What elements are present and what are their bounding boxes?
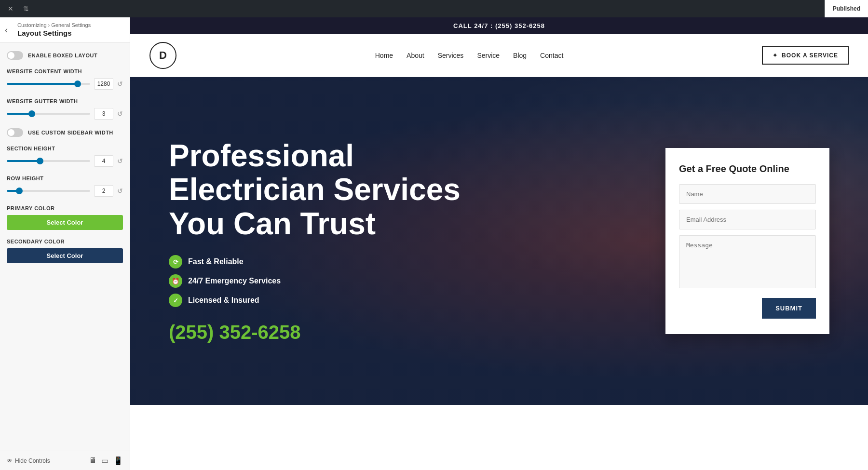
content-width-thumb[interactable]	[74, 81, 81, 87]
hero-section: Professional Electrician Services You Ca…	[130, 77, 868, 405]
custom-sidebar-label: USE CUSTOM SIDEBAR WIDTH	[28, 130, 113, 135]
top-bar: ✕ ⇅ Published	[0, 0, 868, 17]
eye-icon: 👁	[7, 457, 13, 464]
form-name-input[interactable]	[679, 184, 816, 204]
quote-form: Get a Free Quote Online SUBMIT	[665, 148, 829, 334]
section-height-setting: SECTION HEIGHT 4 ↺	[7, 146, 123, 167]
form-email-input[interactable]	[679, 210, 816, 229]
gutter-width-slider-row: 3 ↺	[7, 108, 123, 120]
nav-link-service[interactable]: Service	[477, 52, 500, 59]
feature-icon-1: ⟳	[169, 255, 182, 269]
mobile-icon[interactable]: 📱	[113, 456, 123, 465]
row-height-track[interactable]	[7, 190, 90, 192]
row-height-value[interactable]: 2	[94, 185, 113, 197]
section-height-track[interactable]	[7, 160, 90, 162]
section-height-thumb[interactable]	[37, 158, 43, 164]
boxed-layout-toggle-row: ENABLE BOXED LAYOUT	[7, 51, 123, 60]
section-height-slider-row: 4 ↺	[7, 155, 123, 167]
hero-feature-3: ✓ Licensed & Insured	[169, 294, 461, 307]
primary-color-label: PRIMARY COLOR	[7, 205, 123, 211]
sidebar-title: Layout Settings	[17, 29, 123, 37]
hero-title: Professional Electrician Services You Ca…	[169, 139, 461, 241]
sidebar: ‹ Customizing › General Settings Layout …	[0, 17, 130, 470]
sidebar-header: ‹ Customizing › General Settings Layout …	[0, 17, 130, 42]
hide-controls-button[interactable]: 👁 Hide Controls	[7, 457, 50, 464]
content-width-slider-row: 1280 ↺	[7, 78, 123, 90]
content-width-reset[interactable]: ↺	[117, 80, 123, 88]
content-width-label: WEBSITE CONTENT WIDTH	[7, 68, 123, 74]
preview-area: CALL 24/7 : (255) 352-6258 D Home About …	[130, 17, 868, 470]
desktop-icon[interactable]: 🖥	[89, 456, 96, 465]
row-height-label: ROW HEIGHT	[7, 175, 123, 181]
site-logo: D	[149, 42, 176, 69]
back-button[interactable]: ‹	[5, 25, 8, 35]
sidebar-footer: 👁 Hide Controls 🖥 ▭ 📱	[0, 451, 130, 470]
gutter-width-label: WEBSITE GUTTER WIDTH	[7, 98, 123, 104]
section-height-reset[interactable]: ↺	[117, 157, 123, 165]
gutter-width-track[interactable]	[7, 113, 90, 115]
nav-link-about[interactable]: About	[407, 52, 424, 59]
section-height-fill	[7, 160, 40, 162]
close-icon[interactable]: ✕	[5, 3, 16, 14]
feature-icon-2: ⏰	[169, 274, 182, 288]
gutter-width-value[interactable]: 3	[94, 108, 113, 120]
gutter-width-setting: WEBSITE GUTTER WIDTH 3 ↺	[7, 98, 123, 120]
book-service-label: BOOK A SERVICE	[782, 52, 838, 59]
custom-sidebar-toggle-row: USE CUSTOM SIDEBAR WIDTH	[7, 128, 123, 137]
row-height-slider-row: 2 ↺	[7, 185, 123, 197]
form-message-input[interactable]	[679, 235, 816, 288]
nav-link-contact[interactable]: Contact	[540, 52, 563, 59]
hero-feature-2: ⏰ 24/7 Emergency Services	[169, 274, 461, 288]
tablet-icon[interactable]: ▭	[101, 456, 108, 465]
feature-label-1: Fast & Reliable	[188, 257, 244, 266]
boxed-layout-toggle[interactable]	[7, 51, 23, 60]
feature-icon-3: ✓	[169, 294, 182, 307]
feature-label-3: Licensed & Insured	[188, 296, 259, 305]
row-height-thumb[interactable]	[16, 188, 23, 194]
content-width-value[interactable]: 1280	[94, 78, 113, 90]
nav-links: Home About Services Service Blog Contact	[375, 52, 564, 59]
gutter-width-thumb[interactable]	[28, 110, 35, 117]
primary-color-setting: PRIMARY COLOR Select Color	[7, 205, 123, 230]
secondary-color-label: SECONDARY COLOR	[7, 239, 123, 244]
secondary-color-button[interactable]: Select Color	[7, 248, 123, 263]
feature-label-2: 24/7 Emergency Services	[188, 277, 281, 285]
row-height-setting: ROW HEIGHT 2 ↺	[7, 175, 123, 197]
hero-features-list: ⟳ Fast & Reliable ⏰ 24/7 Emergency Servi…	[169, 255, 461, 307]
sidebar-content: ENABLE BOXED LAYOUT WEBSITE CONTENT WIDT…	[0, 42, 130, 451]
form-submit-button[interactable]: SUBMIT	[762, 298, 816, 319]
content-width-setting: WEBSITE CONTENT WIDTH 1280 ↺	[7, 68, 123, 90]
preview-topbar: CALL 24/7 : (255) 352-6258	[130, 17, 868, 34]
custom-sidebar-toggle[interactable]	[7, 128, 23, 137]
content-width-fill	[7, 83, 78, 85]
hero-title-line1: Professional	[169, 138, 354, 173]
hero-content: Professional Electrician Services You Ca…	[169, 139, 461, 343]
hero-title-line2: Electrician Services	[169, 172, 461, 207]
primary-color-button[interactable]: Select Color	[7, 215, 123, 230]
published-badge: Published	[825, 0, 868, 17]
hero-feature-1: ⟳ Fast & Reliable	[169, 255, 461, 269]
gutter-width-reset[interactable]: ↺	[117, 110, 123, 118]
book-service-button[interactable]: ✦ BOOK A SERVICE	[762, 46, 849, 65]
quote-form-title: Get a Free Quote Online	[679, 163, 816, 175]
secondary-color-setting: SECONDARY COLOR Select Color	[7, 239, 123, 263]
content-width-track[interactable]	[7, 83, 90, 85]
nav-link-blog[interactable]: Blog	[513, 52, 527, 59]
hero-phone: (255) 352-6258	[169, 322, 461, 343]
footer-icons: 🖥 ▭ 📱	[89, 456, 123, 465]
sort-icon[interactable]: ⇅	[20, 3, 32, 14]
book-service-icon: ✦	[773, 52, 778, 59]
main-layout: ‹ Customizing › General Settings Layout …	[0, 17, 868, 470]
row-height-reset[interactable]: ↺	[117, 187, 123, 195]
hero-title-line3: You Can Trust	[169, 206, 376, 241]
section-height-value[interactable]: 4	[94, 155, 113, 167]
boxed-layout-label: ENABLE BOXED LAYOUT	[28, 53, 97, 58]
breadcrumb: Customizing › General Settings	[17, 22, 123, 28]
section-height-label: SECTION HEIGHT	[7, 146, 123, 151]
hide-controls-label: Hide Controls	[15, 457, 50, 464]
preview-nav: D Home About Services Service Blog Conta…	[130, 34, 868, 77]
nav-link-services[interactable]: Services	[438, 52, 464, 59]
nav-link-home[interactable]: Home	[375, 52, 393, 59]
